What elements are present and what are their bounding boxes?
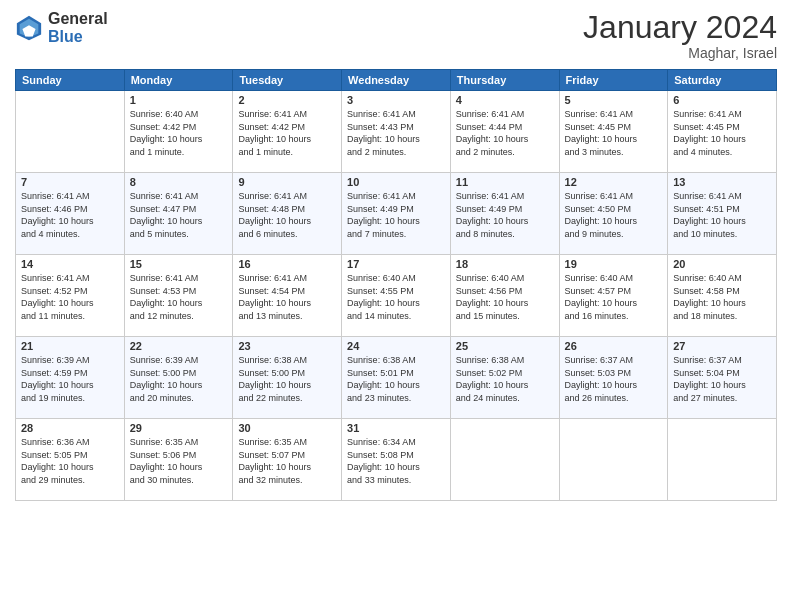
day-info: Sunrise: 6:34 AM Sunset: 5:08 PM Dayligh… — [347, 436, 445, 486]
calendar-cell — [450, 419, 559, 501]
day-number: 29 — [130, 422, 228, 434]
calendar-cell: 16Sunrise: 6:41 AM Sunset: 4:54 PM Dayli… — [233, 255, 342, 337]
day-info: Sunrise: 6:41 AM Sunset: 4:51 PM Dayligh… — [673, 190, 771, 240]
day-info: Sunrise: 6:38 AM Sunset: 5:01 PM Dayligh… — [347, 354, 445, 404]
day-info: Sunrise: 6:41 AM Sunset: 4:44 PM Dayligh… — [456, 108, 554, 158]
calendar-cell: 2Sunrise: 6:41 AM Sunset: 4:42 PM Daylig… — [233, 91, 342, 173]
weekday-header-row: SundayMondayTuesdayWednesdayThursdayFrid… — [16, 70, 777, 91]
weekday-header-wednesday: Wednesday — [342, 70, 451, 91]
calendar-cell: 23Sunrise: 6:38 AM Sunset: 5:00 PM Dayli… — [233, 337, 342, 419]
day-info: Sunrise: 6:40 AM Sunset: 4:55 PM Dayligh… — [347, 272, 445, 322]
day-info: Sunrise: 6:41 AM Sunset: 4:54 PM Dayligh… — [238, 272, 336, 322]
calendar-cell: 21Sunrise: 6:39 AM Sunset: 4:59 PM Dayli… — [16, 337, 125, 419]
day-number: 6 — [673, 94, 771, 106]
calendar-cell: 11Sunrise: 6:41 AM Sunset: 4:49 PM Dayli… — [450, 173, 559, 255]
calendar-cell: 29Sunrise: 6:35 AM Sunset: 5:06 PM Dayli… — [124, 419, 233, 501]
day-number: 16 — [238, 258, 336, 270]
day-info: Sunrise: 6:40 AM Sunset: 4:42 PM Dayligh… — [130, 108, 228, 158]
day-info: Sunrise: 6:41 AM Sunset: 4:52 PM Dayligh… — [21, 272, 119, 322]
title-area: January 2024 Maghar, Israel — [583, 10, 777, 61]
day-info: Sunrise: 6:41 AM Sunset: 4:45 PM Dayligh… — [565, 108, 663, 158]
day-number: 28 — [21, 422, 119, 434]
day-number: 26 — [565, 340, 663, 352]
calendar-cell: 18Sunrise: 6:40 AM Sunset: 4:56 PM Dayli… — [450, 255, 559, 337]
day-info: Sunrise: 6:37 AM Sunset: 5:04 PM Dayligh… — [673, 354, 771, 404]
day-number: 18 — [456, 258, 554, 270]
calendar-table: SundayMondayTuesdayWednesdayThursdayFrid… — [15, 69, 777, 501]
day-info: Sunrise: 6:41 AM Sunset: 4:45 PM Dayligh… — [673, 108, 771, 158]
calendar-cell: 14Sunrise: 6:41 AM Sunset: 4:52 PM Dayli… — [16, 255, 125, 337]
day-info: Sunrise: 6:41 AM Sunset: 4:43 PM Dayligh… — [347, 108, 445, 158]
week-row-3: 14Sunrise: 6:41 AM Sunset: 4:52 PM Dayli… — [16, 255, 777, 337]
day-info: Sunrise: 6:41 AM Sunset: 4:50 PM Dayligh… — [565, 190, 663, 240]
logo-icon — [15, 14, 43, 42]
logo-general-text: General — [48, 10, 108, 28]
day-number: 15 — [130, 258, 228, 270]
calendar-cell: 26Sunrise: 6:37 AM Sunset: 5:03 PM Dayli… — [559, 337, 668, 419]
day-info: Sunrise: 6:41 AM Sunset: 4:46 PM Dayligh… — [21, 190, 119, 240]
week-row-5: 28Sunrise: 6:36 AM Sunset: 5:05 PM Dayli… — [16, 419, 777, 501]
calendar-cell: 27Sunrise: 6:37 AM Sunset: 5:04 PM Dayli… — [668, 337, 777, 419]
calendar-cell: 17Sunrise: 6:40 AM Sunset: 4:55 PM Dayli… — [342, 255, 451, 337]
calendar-cell: 3Sunrise: 6:41 AM Sunset: 4:43 PM Daylig… — [342, 91, 451, 173]
day-info: Sunrise: 6:40 AM Sunset: 4:58 PM Dayligh… — [673, 272, 771, 322]
calendar-cell: 25Sunrise: 6:38 AM Sunset: 5:02 PM Dayli… — [450, 337, 559, 419]
day-number: 20 — [673, 258, 771, 270]
day-info: Sunrise: 6:41 AM Sunset: 4:47 PM Dayligh… — [130, 190, 228, 240]
day-number: 7 — [21, 176, 119, 188]
logo-blue-text: Blue — [48, 28, 108, 46]
day-info: Sunrise: 6:35 AM Sunset: 5:06 PM Dayligh… — [130, 436, 228, 486]
day-number: 13 — [673, 176, 771, 188]
day-info: Sunrise: 6:37 AM Sunset: 5:03 PM Dayligh… — [565, 354, 663, 404]
weekday-header-saturday: Saturday — [668, 70, 777, 91]
week-row-2: 7Sunrise: 6:41 AM Sunset: 4:46 PM Daylig… — [16, 173, 777, 255]
calendar-cell — [16, 91, 125, 173]
day-info: Sunrise: 6:38 AM Sunset: 5:02 PM Dayligh… — [456, 354, 554, 404]
calendar-cell: 4Sunrise: 6:41 AM Sunset: 4:44 PM Daylig… — [450, 91, 559, 173]
day-number: 4 — [456, 94, 554, 106]
weekday-header-tuesday: Tuesday — [233, 70, 342, 91]
week-row-1: 1Sunrise: 6:40 AM Sunset: 4:42 PM Daylig… — [16, 91, 777, 173]
weekday-header-sunday: Sunday — [16, 70, 125, 91]
day-number: 1 — [130, 94, 228, 106]
day-number: 11 — [456, 176, 554, 188]
day-info: Sunrise: 6:38 AM Sunset: 5:00 PM Dayligh… — [238, 354, 336, 404]
day-number: 2 — [238, 94, 336, 106]
day-info: Sunrise: 6:36 AM Sunset: 5:05 PM Dayligh… — [21, 436, 119, 486]
day-info: Sunrise: 6:41 AM Sunset: 4:49 PM Dayligh… — [347, 190, 445, 240]
day-info: Sunrise: 6:39 AM Sunset: 5:00 PM Dayligh… — [130, 354, 228, 404]
calendar-cell: 19Sunrise: 6:40 AM Sunset: 4:57 PM Dayli… — [559, 255, 668, 337]
calendar-cell: 8Sunrise: 6:41 AM Sunset: 4:47 PM Daylig… — [124, 173, 233, 255]
day-number: 24 — [347, 340, 445, 352]
weekday-header-thursday: Thursday — [450, 70, 559, 91]
day-info: Sunrise: 6:41 AM Sunset: 4:42 PM Dayligh… — [238, 108, 336, 158]
calendar-cell: 10Sunrise: 6:41 AM Sunset: 4:49 PM Dayli… — [342, 173, 451, 255]
logo: General Blue — [15, 10, 108, 45]
calendar-cell: 28Sunrise: 6:36 AM Sunset: 5:05 PM Dayli… — [16, 419, 125, 501]
calendar-cell: 9Sunrise: 6:41 AM Sunset: 4:48 PM Daylig… — [233, 173, 342, 255]
calendar-cell: 12Sunrise: 6:41 AM Sunset: 4:50 PM Dayli… — [559, 173, 668, 255]
location: Maghar, Israel — [583, 45, 777, 61]
calendar-cell — [559, 419, 668, 501]
calendar-cell: 30Sunrise: 6:35 AM Sunset: 5:07 PM Dayli… — [233, 419, 342, 501]
day-number: 14 — [21, 258, 119, 270]
calendar-cell: 1Sunrise: 6:40 AM Sunset: 4:42 PM Daylig… — [124, 91, 233, 173]
day-number: 27 — [673, 340, 771, 352]
calendar-cell: 31Sunrise: 6:34 AM Sunset: 5:08 PM Dayli… — [342, 419, 451, 501]
calendar-cell: 13Sunrise: 6:41 AM Sunset: 4:51 PM Dayli… — [668, 173, 777, 255]
day-info: Sunrise: 6:41 AM Sunset: 4:53 PM Dayligh… — [130, 272, 228, 322]
day-number: 8 — [130, 176, 228, 188]
calendar-cell: 5Sunrise: 6:41 AM Sunset: 4:45 PM Daylig… — [559, 91, 668, 173]
calendar-cell — [668, 419, 777, 501]
day-info: Sunrise: 6:41 AM Sunset: 4:49 PM Dayligh… — [456, 190, 554, 240]
weekday-header-monday: Monday — [124, 70, 233, 91]
day-number: 25 — [456, 340, 554, 352]
day-number: 31 — [347, 422, 445, 434]
day-number: 5 — [565, 94, 663, 106]
day-info: Sunrise: 6:41 AM Sunset: 4:48 PM Dayligh… — [238, 190, 336, 240]
month-title: January 2024 — [583, 10, 777, 45]
calendar-cell: 22Sunrise: 6:39 AM Sunset: 5:00 PM Dayli… — [124, 337, 233, 419]
calendar-cell: 24Sunrise: 6:38 AM Sunset: 5:01 PM Dayli… — [342, 337, 451, 419]
day-info: Sunrise: 6:40 AM Sunset: 4:56 PM Dayligh… — [456, 272, 554, 322]
day-number: 3 — [347, 94, 445, 106]
